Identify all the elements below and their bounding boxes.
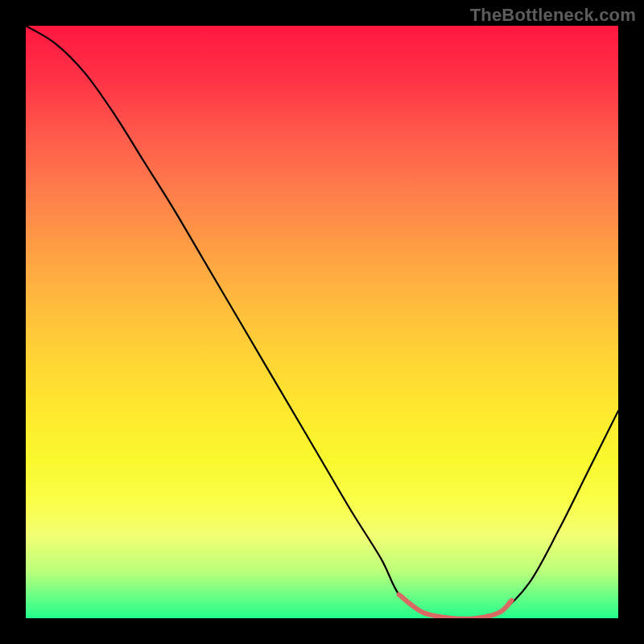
optimal-range-highlight (399, 595, 512, 618)
bottleneck-curve-svg (26, 26, 618, 618)
plot-area (26, 26, 618, 618)
watermark-label: TheBottleneck.com (470, 5, 636, 26)
bottleneck-curve (26, 26, 618, 618)
chart-frame: TheBottleneck.com (0, 0, 644, 644)
